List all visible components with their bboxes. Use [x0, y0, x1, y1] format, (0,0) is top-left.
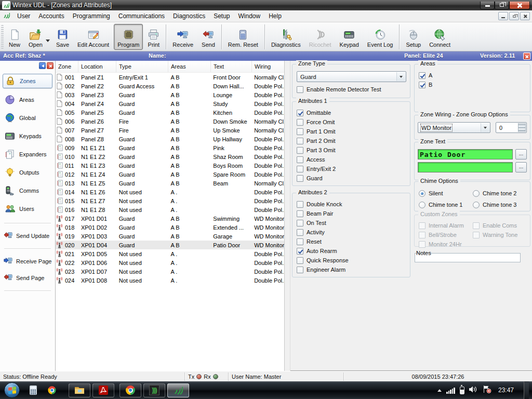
spinner-down-button[interactable]	[518, 128, 526, 132]
checkbox-on-test[interactable]: On Test	[297, 218, 406, 228]
sidebar-close-button[interactable]	[47, 62, 54, 69]
network-signal-icon[interactable]	[446, 387, 455, 394]
sidebar-item-users[interactable]: Users	[3, 202, 52, 216]
table-row-zone-021[interactable]: 021XP01 D05Not usedA .Double Pol...	[56, 249, 284, 258]
table-row-zone-005[interactable]: 005Panel Z5GuardA BKitchenDouble Pol...	[56, 108, 284, 117]
close-button[interactable]	[509, 2, 530, 9]
checkbox-part-1-omit[interactable]: Part 1 Omit	[297, 127, 406, 136]
checkbox-omittable[interactable]: Omittable	[297, 108, 406, 117]
toolbar-connect-button[interactable]: Connect	[425, 24, 454, 50]
checkbox-quick-response[interactable]: Quick Response	[297, 256, 406, 265]
menu-diagnostics[interactable]: Diagnostics	[169, 11, 209, 21]
table-row-zone-002[interactable]: 002Panel Z2Guard AccessA BDown Hall...Do…	[56, 82, 284, 90]
table-row-zone-017[interactable]: 017XP01 D01GuardA BSwimmingWD Monitor	[56, 214, 284, 223]
menu-communications[interactable]: Communications	[114, 11, 169, 21]
show-desktop-button[interactable]	[524, 381, 529, 399]
table-row-zone-011[interactable]: 011N1 E1 Z3GuardA BBoys RoomDouble Pol..…	[56, 161, 284, 170]
sidebar-item-outputs[interactable]: Outputs	[3, 166, 52, 179]
table-row-zone-016[interactable]: 016N1 E1 Z8Not usedA .Double Pol...	[56, 205, 284, 214]
zone-text-line1-more-button[interactable]: ...	[515, 149, 527, 159]
checkbox-a[interactable]: A	[419, 71, 526, 80]
sidebar-collapse-button[interactable]	[39, 62, 46, 69]
table-row-zone-008[interactable]: 008Panel Z8GuardA BUp HallwayDouble Pol.…	[56, 135, 284, 143]
menu-window[interactable]: Window	[234, 11, 265, 21]
zone-text-line2[interactable]	[418, 162, 513, 172]
column-header-location[interactable]: Location	[78, 61, 116, 72]
checkbox-activity[interactable]: Activity	[297, 228, 406, 237]
restore-button[interactable]	[495, 2, 509, 9]
radio-chime-tone-1[interactable]: Chime tone 1	[419, 200, 473, 209]
table-row-zone-013[interactable]: 013N1 E1 Z5GuardA BBeamNormally Cl...	[56, 179, 284, 188]
table-row-zone-019[interactable]: 019XP01 D03GuardA BGarageWD Monitor	[56, 232, 284, 241]
checkbox-reset[interactable]: Reset	[297, 237, 406, 246]
table-row-zone-015[interactable]: 015N1 E1 Z7Not usedA .Double Pol...	[56, 196, 284, 205]
column-header-type[interactable]: Type	[116, 61, 168, 72]
sidebar-item-global[interactable]: Global	[3, 111, 52, 125]
table-row-zone-006[interactable]: 006Panel Z6FireA BDown SmokeNormally Cl.…	[56, 117, 284, 126]
checkbox-part-3-omit[interactable]: Part 3 Omit	[297, 145, 406, 155]
table-row-zone-010[interactable]: 010N1 E1 Z2GuardA BShaz RoomDouble Pol..…	[56, 152, 284, 161]
sidebar-action-send-update[interactable]: Send Update	[3, 231, 54, 241]
column-header-wiring[interactable]: Wiring	[252, 61, 284, 72]
checkbox-access[interactable]: Access	[297, 155, 406, 164]
toolbar-rem-reset-button[interactable]: Rem. Reset	[224, 24, 262, 50]
table-row-zone-003[interactable]: 003Panel Z3GuardA BLoungeDouble Pol...	[56, 90, 284, 99]
mdi-minimize-button[interactable]	[498, 12, 508, 20]
checkbox-entry-exit-2[interactable]: Entry/Exit 2	[297, 164, 406, 174]
volume-icon[interactable]	[469, 385, 478, 395]
checkbox-b[interactable]: B	[419, 80, 526, 89]
toolbar-save-button[interactable]: Save	[52, 24, 73, 50]
account-close-button[interactable]	[523, 52, 530, 60]
toolbar-print-button[interactable]: Print	[144, 24, 163, 50]
toolbar-new-button[interactable]: New	[5, 24, 24, 50]
taskbar-clock[interactable]: 23:47	[498, 387, 514, 394]
toolbar-open-button[interactable]: Open	[25, 24, 46, 50]
column-header-zone[interactable]: Zone	[56, 61, 78, 72]
checkbox-force-omit[interactable]: Force Omit	[297, 117, 406, 127]
table-row-zone-024[interactable]: 024XP01 D08Not usedA .Double Pol...	[56, 276, 284, 285]
hidden-icons-button[interactable]	[437, 387, 442, 392]
taskbar-wintex-button[interactable]	[167, 383, 189, 397]
sidebar-action-receive-page[interactable]: Receive Page	[3, 256, 54, 267]
table-row-zone-001[interactable]: 001Panel Z1Entry/Exit 1A BFront DoorNorm…	[56, 73, 284, 82]
toolbar-event-log-button[interactable]: Event Log	[364, 24, 397, 50]
checkbox-beam-pair[interactable]: Beam Pair	[297, 209, 406, 218]
sidebar-item-expanders[interactable]: Expanders	[3, 148, 52, 161]
radio-chime-tone-2[interactable]: Chime tone 2	[473, 189, 527, 198]
checkbox-guard[interactable]: Guard	[297, 174, 406, 183]
mdi-close-button[interactable]	[520, 12, 530, 20]
toolbar-program-button[interactable]: Program	[114, 24, 143, 50]
checkbox-auto-rearm[interactable]: Auto Rearm	[297, 246, 406, 256]
zone-text-line1[interactable]: Patio Door	[418, 149, 513, 159]
taskbar-calculator-icon[interactable]	[28, 384, 39, 396]
table-row-zone-023[interactable]: 023XP01 D07Not usedA .Double Pol...	[56, 267, 284, 276]
mdi-restore-button[interactable]	[509, 12, 519, 20]
minimize-button[interactable]	[480, 2, 495, 9]
menu-help[interactable]: Help	[264, 11, 286, 21]
table-row-zone-007[interactable]: 007Panel Z7FireA BUp SmokeNormally Cl...	[56, 126, 284, 135]
spinner-up-button[interactable]	[518, 123, 526, 128]
toolbar-receive-button[interactable]: Receive	[169, 24, 197, 50]
toolbar-edit-account-button[interactable]: Edit Account	[74, 24, 113, 50]
taskbar-adobe-button[interactable]	[92, 383, 114, 397]
toolbar-diagnostics-button[interactable]: Diagnostics	[268, 24, 304, 50]
taskbar-chrome-pinned-icon[interactable]	[46, 384, 58, 396]
table-row-zone-009[interactable]: 009N1 E1 Z1GuardA BPinkDouble Pol...	[56, 143, 284, 152]
column-header-areas[interactable]: Areas	[168, 61, 211, 72]
checkbox-engineer-alarm[interactable]: Engineer Alarm	[297, 265, 406, 274]
table-row-zone-012[interactable]: 012N1 E1 Z4GuardA BSpare RoomDouble Pol.…	[56, 170, 284, 179]
toolbar-keypad-button[interactable]: Keypad	[336, 24, 363, 50]
taskbar-ricochet-button[interactable]: )))	[143, 383, 165, 397]
menu-programming[interactable]: Programming	[69, 11, 114, 21]
menu-user[interactable]: User	[13, 11, 34, 21]
table-row-zone-020[interactable]: 020XP01 D04GuardA BPatio DoorWD Monitor	[56, 241, 284, 249]
zone-text-line2-more-button[interactable]: ...	[515, 162, 527, 172]
toolbar-setup-button[interactable]: Setup	[402, 24, 424, 50]
radio-chime-tone-3[interactable]: Chime tone 3	[473, 200, 527, 209]
sidebar-item-areas[interactable]: Areas	[3, 93, 52, 107]
sidebar-item-zones[interactable]: Zones	[3, 74, 52, 88]
checkbox-enable-remote-detector-test[interactable]: Enable Remote Detector Test	[297, 85, 406, 94]
radio-silent[interactable]: Silent	[419, 189, 473, 198]
toolbar-grip[interactable]	[1, 25, 4, 49]
zone-group-spinner[interactable]: 0	[496, 122, 527, 133]
